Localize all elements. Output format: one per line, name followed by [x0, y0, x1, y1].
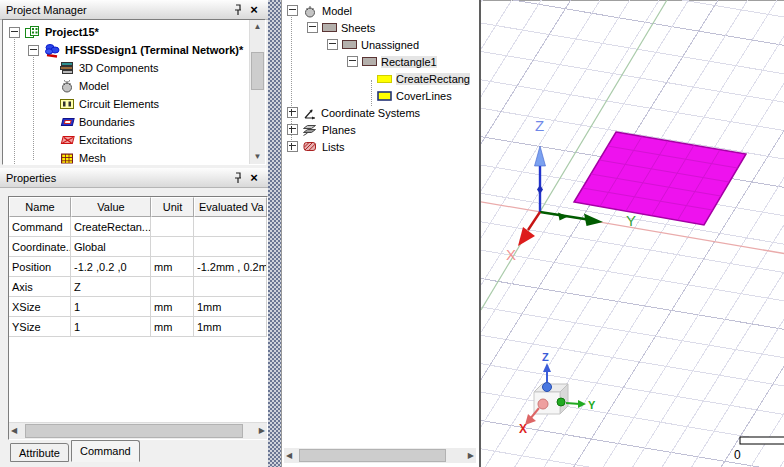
prop-unit[interactable]: mm — [151, 297, 194, 317]
tree-item-coverlines[interactable]: CoverLines — [282, 87, 480, 104]
collapse-icon[interactable] — [307, 22, 318, 33]
scrollbar-thumb[interactable] — [251, 52, 264, 90]
prop-value[interactable]: CreateRectan... — [71, 217, 151, 237]
scroll-right-button[interactable]: ▶ — [468, 452, 474, 460]
scrollbar-thumb[interactable] — [25, 424, 243, 438]
tree-item-design[interactable]: HFSSDesign1 (Terminal Network)* — [3, 41, 265, 59]
x-axis-label: X — [506, 246, 516, 263]
z-axis-label: Z — [535, 117, 544, 134]
triad-y-arrowhead — [578, 400, 586, 408]
command-icon — [377, 73, 392, 84]
scrollbar-thumb[interactable] — [299, 449, 446, 462]
sheet-icon — [342, 39, 357, 50]
tree-item-3d-components[interactable]: 3D Components — [3, 59, 265, 77]
pin-icon — [233, 172, 243, 184]
pin-button[interactable] — [230, 2, 246, 17]
prop-unit[interactable] — [151, 217, 194, 237]
prop-evaluated — [194, 237, 267, 257]
scroll-up-button[interactable]: ▲ — [250, 23, 265, 31]
planes-icon — [302, 123, 318, 136]
scroll-left-button[interactable]: ◀ — [11, 427, 17, 435]
orientation-triad[interactable]: Z Y X — [519, 351, 596, 436]
tree-item-label: Lists — [322, 141, 345, 153]
tab-command[interactable]: Command — [71, 440, 140, 462]
triad-y-label: Y — [588, 399, 596, 411]
collapse-icon[interactable] — [347, 56, 358, 67]
project-tree-scrollbar[interactable]: ▲ ▼ — [249, 20, 265, 164]
tree-item-project[interactable]: Project15* — [3, 23, 265, 41]
model-tree-hscrollbar[interactable]: ◀ ▶ — [284, 448, 476, 463]
scroll-down-button[interactable]: ▼ — [250, 153, 265, 161]
tree-item-model-root[interactable]: Model — [282, 2, 480, 19]
rectangle1-object[interactable] — [574, 132, 746, 225]
tree-item-boundaries[interactable]: Boundaries — [3, 113, 265, 131]
prop-evaluated — [194, 277, 267, 297]
tree-item-coordinate-systems[interactable]: Coordinate Systems — [282, 104, 480, 121]
prop-unit[interactable] — [151, 237, 194, 257]
hfss-design-icon — [43, 43, 61, 58]
z-axis-tick — [537, 185, 543, 194]
prop-evaluated: 1mm — [194, 317, 267, 337]
tree-item-createrectangle[interactable]: CreateRectang — [282, 70, 480, 87]
prop-unit[interactable] — [151, 277, 194, 297]
tree-item-planes[interactable]: Planes — [282, 121, 480, 138]
tree-item-excitations[interactable]: Excitations — [3, 131, 265, 149]
tab-attribute[interactable]: Attribute — [10, 443, 69, 462]
properties-hscrollbar[interactable]: ◀ ▶ — [9, 422, 267, 439]
prop-value[interactable]: Z — [71, 277, 151, 297]
table-row: Command CreateRectan... — [9, 217, 267, 237]
collapse-icon[interactable] — [287, 5, 298, 16]
prop-value[interactable]: Global — [71, 237, 151, 257]
triad-x-label: X — [519, 422, 527, 436]
triad-x-knob — [538, 399, 548, 409]
tree-item-mesh[interactable]: Mesh — [3, 149, 265, 165]
rectangle1-face[interactable] — [574, 132, 746, 225]
scroll-right-button[interactable]: ▶ — [259, 427, 265, 435]
close-button[interactable]: × — [246, 2, 262, 17]
close-button[interactable]: × — [246, 170, 262, 185]
excitations-icon — [59, 133, 75, 147]
collapse-icon[interactable] — [28, 45, 39, 56]
collapse-icon[interactable] — [327, 39, 338, 50]
prop-unit[interactable]: mm — [151, 257, 194, 277]
pin-icon — [233, 4, 243, 16]
prop-value[interactable]: 1 — [71, 317, 151, 337]
tree-item-label: Mesh — [79, 152, 106, 164]
scale-bar-zero: 0 — [734, 448, 741, 462]
triad-y-arrow — [566, 403, 580, 404]
scale-bar: 0 — [734, 437, 784, 462]
tree-item-label: Model — [79, 80, 109, 92]
prop-name: XSize — [9, 297, 71, 317]
project-icon — [24, 25, 41, 39]
tree-item-lists[interactable]: Lists — [282, 138, 480, 155]
tree-item-label: Circuit Elements — [79, 98, 159, 110]
circuit-elements-icon — [59, 97, 75, 111]
tree-item-sheets[interactable]: Sheets — [282, 19, 480, 36]
sheet-icon — [362, 56, 377, 67]
prop-name: Position — [9, 257, 71, 277]
expand-icon[interactable] — [287, 107, 298, 118]
dock-splitter[interactable] — [268, 0, 281, 467]
z-axis-arrowhead — [535, 146, 546, 166]
tree-item-rectangle1[interactable]: Rectangle1 — [282, 53, 480, 70]
tree-item-label: Excitations — [79, 134, 132, 146]
prop-value[interactable]: 1 — [71, 297, 151, 317]
scroll-left-button[interactable]: ◀ — [286, 452, 292, 460]
coordinate-systems-icon — [302, 106, 317, 120]
pin-button[interactable] — [230, 170, 246, 185]
expand-icon[interactable] — [287, 141, 298, 152]
tree-item-unassigned[interactable]: Unassigned — [282, 36, 480, 53]
prop-unit[interactable]: mm — [151, 317, 194, 337]
expand-icon[interactable] — [287, 124, 298, 135]
y-axis-arrowhead — [584, 214, 603, 227]
3d-viewport[interactable]: Z Y X Z Y X — [479, 0, 784, 467]
project-manager-titlebar: Project Manager × — [0, 0, 268, 20]
tree-item-label: Project15* — [45, 26, 99, 38]
x-axis-arrowhead — [518, 227, 535, 246]
prop-value[interactable]: -1.2 ,0.2 ,0 — [71, 257, 151, 277]
tab-label: Command — [80, 445, 131, 457]
tree-item-circuit-elements[interactable]: Circuit Elements — [3, 95, 265, 113]
tree-item-model[interactable]: Model — [3, 77, 265, 95]
prop-evaluated: 1mm — [194, 297, 267, 317]
collapse-icon[interactable] — [9, 27, 20, 38]
